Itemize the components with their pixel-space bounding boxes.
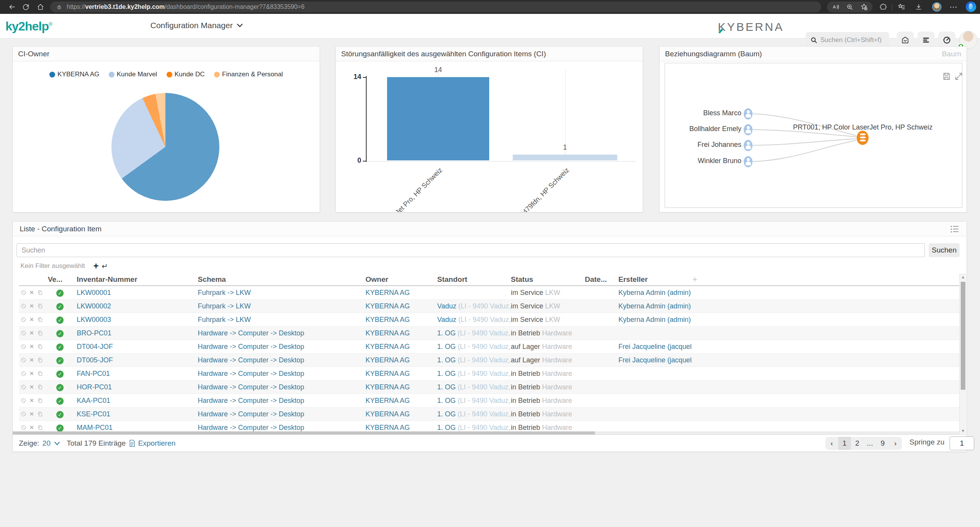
copy-icon[interactable] — [37, 411, 43, 417]
inventar-link[interactable]: LKW00001 — [77, 289, 111, 296]
legend-item[interactable]: Kunde Marvel — [109, 71, 157, 78]
col-status[interactable]: Status — [511, 275, 585, 284]
ban-icon[interactable] — [20, 290, 27, 296]
delete-icon[interactable]: ✕ — [29, 370, 34, 377]
page-button-1[interactable]: 1 — [838, 437, 851, 450]
table-row[interactable]: ✕ ✓ KSE-PC01 Hardware -> Computer -> Des… — [19, 407, 959, 421]
home-icon[interactable] — [36, 3, 45, 11]
copy-icon[interactable] — [37, 397, 43, 404]
expand-icon[interactable] — [954, 72, 963, 81]
scrollbar-thumb[interactable] — [961, 282, 965, 390]
delete-icon[interactable]: ✕ — [29, 330, 34, 337]
inventar-link[interactable]: LKW00003 — [77, 316, 111, 323]
table-row[interactable]: ✕ ✓ DT005-JOF Hardware -> Computer -> De… — [19, 354, 959, 367]
ban-icon[interactable] — [20, 303, 27, 309]
delete-icon[interactable]: ✕ — [29, 303, 34, 310]
ban-icon[interactable] — [20, 370, 27, 377]
ban-icon[interactable] — [20, 384, 27, 390]
legend-item[interactable]: Kunde DC — [167, 71, 205, 78]
diagram-canvas[interactable]: Bless Marco Bollhalder Emely Frei Johann… — [665, 63, 962, 208]
copy-icon[interactable] — [37, 330, 43, 336]
ban-icon[interactable] — [20, 397, 27, 404]
copy-icon[interactable] — [37, 290, 43, 296]
copy-icon[interactable] — [37, 357, 43, 363]
person-icon[interactable] — [744, 156, 753, 167]
col-standort[interactable]: Standort — [437, 275, 511, 284]
inventar-link[interactable]: LKW00002 — [77, 302, 111, 310]
browser-menu-icon[interactable]: ⋯ — [949, 3, 958, 11]
person-icon[interactable] — [744, 140, 753, 151]
extensions-icon[interactable] — [879, 3, 887, 11]
favorite-add-icon[interactable] — [860, 3, 868, 11]
table-row[interactable]: ✕ ✓ BRO-PC01 Hardware -> Computer -> Des… — [19, 327, 959, 340]
global-search[interactable] — [806, 32, 889, 48]
add-filter-icon[interactable]: + — [93, 262, 98, 270]
legend-item[interactable]: KYBERNA AG — [49, 71, 99, 78]
delete-icon[interactable]: ✕ — [29, 384, 34, 391]
prev-page-button[interactable]: ‹ — [825, 437, 838, 450]
delete-icon[interactable]: ✕ — [29, 397, 34, 404]
ky2help-logo[interactable]: ky2help® — [5, 19, 52, 34]
read-aloud-icon[interactable]: A — [831, 3, 840, 11]
printer-node-icon[interactable] — [857, 131, 869, 145]
table-row[interactable]: ✕ ✓ HOR-PC01 Hardware -> Computer -> Des… — [19, 381, 959, 394]
page-button-9[interactable]: 9 — [876, 437, 889, 450]
ban-icon[interactable] — [20, 424, 27, 431]
legend-item[interactable]: Finanzen & Personal — [214, 71, 283, 78]
delete-icon[interactable]: ✕ — [29, 411, 34, 418]
apply-filter-icon[interactable]: ↵ — [102, 262, 108, 271]
list-settings-icon[interactable] — [950, 225, 960, 233]
copy-icon[interactable] — [37, 343, 43, 350]
copy-icon[interactable] — [37, 370, 43, 377]
inventar-link[interactable]: HOR-PC01 — [77, 383, 112, 391]
delete-icon[interactable]: ✕ — [29, 424, 34, 431]
address-bar[interactable]: https://vertrieb3.t1de.ky2help.com/dashb… — [50, 2, 821, 12]
col-date[interactable]: Date... — [585, 275, 618, 284]
list-search-button[interactable]: Suchen — [929, 243, 960, 257]
inventar-link[interactable]: KAA-PC01 — [77, 397, 110, 404]
delete-icon[interactable]: ✕ — [29, 316, 34, 323]
ban-icon[interactable] — [20, 317, 27, 323]
table-row[interactable]: ✕ ✓ LKW00003 Fuhrpark -> LKW KYBERNA AG … — [19, 313, 959, 327]
copilot-icon[interactable] — [966, 2, 976, 12]
ban-icon[interactable] — [20, 357, 27, 363]
downloads-icon[interactable] — [914, 3, 923, 11]
list-search-input[interactable] — [17, 243, 925, 257]
delete-icon[interactable]: ✕ — [29, 289, 34, 296]
browser-profile-avatar[interactable] — [932, 2, 941, 12]
person-icon[interactable] — [744, 108, 753, 120]
inventar-link[interactable]: DT004-JOF — [77, 343, 113, 350]
copy-icon[interactable] — [37, 317, 43, 323]
bar-1[interactable] — [513, 155, 617, 160]
add-column-icon[interactable]: + — [692, 274, 959, 285]
ban-icon[interactable] — [20, 343, 27, 350]
inventar-link[interactable]: KSE-PC01 — [77, 410, 110, 418]
col-owner[interactable]: Owner — [365, 275, 437, 284]
table-row[interactable]: ✕ ✓ LKW00001 Fuhrpark -> LKW KYBERNA AG … — [19, 286, 959, 300]
copy-icon[interactable] — [37, 424, 43, 431]
favorites-bar-icon[interactable] — [897, 3, 906, 11]
copy-icon[interactable] — [37, 384, 43, 390]
ban-icon[interactable] — [20, 411, 27, 417]
table-row[interactable]: ✕ ✓ LKW00002 Fuhrpark -> LKW KYBERNA AG … — [19, 300, 959, 313]
jump-to-input[interactable] — [950, 436, 974, 450]
save-icon[interactable] — [942, 72, 951, 81]
col-ersteller[interactable]: Ersteller — [618, 275, 692, 284]
ban-icon[interactable] — [20, 330, 27, 336]
inventar-link[interactable]: BRO-PC01 — [77, 329, 111, 337]
scrollbar-thumb[interactable] — [13, 431, 595, 434]
table-row[interactable]: ✕ ✓ FAN-PC01 Hardware -> Computer -> Des… — [19, 367, 959, 381]
copy-icon[interactable] — [37, 303, 43, 309]
col-schema[interactable]: Schema — [198, 275, 365, 284]
inventar-link[interactable]: FAN-PC01 — [77, 370, 110, 377]
person-icon[interactable] — [744, 124, 753, 135]
bar-0[interactable] — [387, 77, 489, 160]
delete-icon[interactable]: ✕ — [29, 343, 34, 350]
col-inventar[interactable]: Inventar-Nummer — [77, 275, 198, 284]
inventar-link[interactable]: DT005-JOF — [77, 356, 113, 364]
page-size-dropdown[interactable]: 20 — [42, 439, 51, 448]
global-search-input[interactable] — [820, 36, 884, 44]
horizontal-scrollbar[interactable] — [13, 431, 959, 434]
delete-icon[interactable]: ✕ — [29, 357, 34, 364]
zoom-icon[interactable] — [845, 3, 854, 11]
